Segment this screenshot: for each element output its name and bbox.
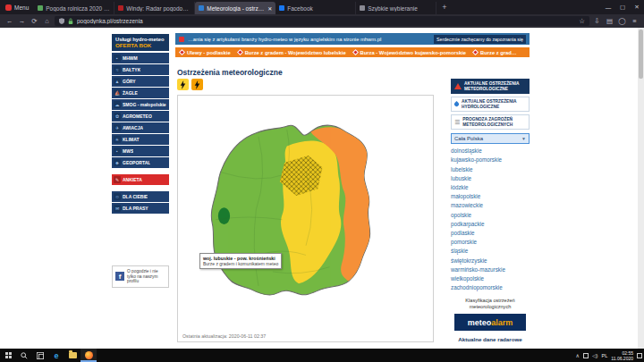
taskbar-search-button[interactable] (16, 349, 32, 362)
ticker-label: Burze z gradem - Województwo lubelskie (245, 50, 346, 55)
region-list: dolnośląskie kujawsko-pomorskie lubelski… (451, 147, 530, 292)
downloads-icon[interactable]: ⇩ (592, 17, 602, 25)
sidebar-item-zagle[interactable]: ⛵ŻAGLE (112, 88, 169, 98)
app-menu-icon[interactable]: ≡ (630, 17, 640, 25)
facebook-icon: f (115, 272, 124, 281)
region-link-mazowieckie[interactable]: mazowieckie (451, 201, 530, 210)
taskbar-edge-button[interactable]: e (48, 349, 64, 362)
ticker-item[interactable]: Burza - Województwo kujawsko-pomorskie (353, 50, 466, 55)
region-link-swietokrzyskie[interactable]: świętokrzyskie (451, 257, 530, 265)
start-button[interactable] (0, 349, 16, 362)
region-link-lubuskie[interactable]: lubuskie (451, 174, 530, 183)
sidebar-item-label: GEOPORTAL (123, 160, 150, 165)
reload-icon[interactable]: ⟳ (30, 17, 39, 25)
sidebar-item-klimat[interactable]: ☀KLIMAT (112, 134, 169, 145)
sidebar-item-dla-prasy[interactable]: ✉DLA PRASY (112, 203, 169, 214)
minimize-button[interactable]: — (601, 0, 615, 14)
current-meteo-warnings-button[interactable]: AKTUALNE OSTRZEŻENIA METEOROLOGICZNE (451, 79, 530, 94)
forward-icon[interactable]: → (17, 17, 27, 25)
banner-button[interactable]: Serdecznie zachęcamy do zapoznania się (434, 35, 526, 44)
tab-windy-radar[interactable]: Windy: Radar pogodowy… (114, 2, 195, 14)
taskbar-clock[interactable]: 02:55 11.06.2020 (611, 350, 633, 361)
region-link-slaskie[interactable]: śląskie (451, 247, 530, 256)
maximize-button[interactable]: ▢ (615, 0, 630, 14)
meteoalarm-meteo: meteo (468, 318, 492, 327)
meteoalarm-logo[interactable]: meteoalarm (454, 314, 526, 331)
zagle-icon: ⛵ (114, 89, 121, 97)
volume-icon[interactable]: ◁) (592, 352, 598, 358)
ticker-item[interactable]: Burze z gradem - Województwo lubelskie (238, 50, 346, 55)
search-icon (21, 352, 28, 359)
facebook-widget[interactable]: f O pogodzie i nie tylko na naszym profi… (112, 265, 169, 288)
region-link-zachodniopomorskie[interactable]: zachodniopomorskie (451, 283, 530, 292)
tray-chevron-icon[interactable]: ∧ (576, 352, 580, 358)
facebook-text: O pogodzie i nie tylko na naszym profilu (127, 269, 165, 284)
account-icon[interactable]: ◯ (617, 17, 627, 25)
tab-szybkie-wybieranie[interactable]: Szybkie wybieranie (356, 2, 436, 14)
network-icon[interactable] (583, 353, 589, 358)
yellow-storm-alert-icon[interactable] (177, 79, 189, 90)
bookmark-star-icon[interactable]: ☆ (579, 17, 585, 25)
offer-header[interactable]: Usługi hydro-meteo OFERTA BOK (112, 34, 169, 51)
url-text: pogodynka.pl/ostrzezenia (77, 18, 575, 24)
scrollbar-thumb[interactable] (639, 29, 643, 79)
sidebar-item-mws[interactable]: ▪MWS (112, 146, 169, 156)
region-link-pomorskie[interactable]: pomorskie (451, 238, 530, 247)
sidebar-item-agrometeo[interactable]: ✿AGROMETEO (112, 111, 169, 122)
tooltip-warning: Burze z gradem i komunikatem meteo (203, 261, 278, 266)
back-icon[interactable]: ← (4, 17, 14, 25)
tab-facebook[interactable]: Facebook (275, 2, 356, 14)
region-link-wielkopolskie[interactable]: wielkopolskie (451, 274, 530, 283)
browser-menu-label: Menu (14, 4, 29, 11)
warning-icon (472, 49, 479, 55)
region-link-kujawsko-pomorskie[interactable]: kujawsko-pomorskie (451, 156, 530, 164)
sidebar-item-geoportal[interactable]: ◈GEOPORTAL (112, 157, 169, 168)
map-region-highlighted-county[interactable] (217, 207, 229, 224)
hazard-forecast-button[interactable]: ☰ PROGNOZA ZAGROŻEŃ METEOROLOGICZNYCH (451, 114, 530, 130)
ankieta-icon: ✎ (114, 176, 121, 183)
taskbar-explorer-button[interactable] (64, 349, 80, 362)
close-button[interactable]: ✕ (630, 0, 644, 14)
home-icon[interactable]: ⌂ (42, 17, 52, 25)
poland-warning-map[interactable] (187, 101, 425, 326)
task-view-button[interactable] (32, 349, 48, 362)
region-select[interactable]: Cała Polska ▼ (451, 133, 530, 144)
window-controls: — ▢ ✕ (601, 0, 644, 14)
sidebar-item-gory[interactable]: ▲GÓRY (112, 76, 169, 87)
taskbar-firefox-button[interactable] (80, 349, 97, 362)
region-link-opolskie[interactable]: opolskie (451, 211, 530, 220)
tab-pogoda-rolnicza[interactable]: Pogoda rolnicza 2020 - St… (34, 2, 114, 14)
sidebar-item-awiacja[interactable]: ✈AWIACJA (112, 122, 169, 133)
sidebar-item-dla-ciebie[interactable]: ☺DLA CIEBIE (112, 191, 169, 202)
page-scrollbar[interactable] (638, 28, 644, 349)
sidebar-item-label: GÓRY (123, 79, 136, 84)
address-bar[interactable]: pogodynka.pl/ostrzezenia ☆ (55, 16, 589, 26)
mhwm-banner[interactable]: …ania się z artykułami branży hydro-mete… (175, 33, 530, 45)
notifications-icon[interactable] (637, 353, 642, 358)
ticker-item[interactable]: Ulewy - podlaskie (180, 50, 231, 55)
current-hydro-warnings-button[interactable]: AKTUALNE OSTRZEŻENIA HYDROLOGICZNE (451, 97, 530, 112)
region-link-podkarpackie[interactable]: podkarpackie (451, 220, 530, 229)
region-link-malopolskie[interactable]: małopolskie (451, 192, 530, 201)
tab-close-icon[interactable]: ✕ (267, 5, 272, 12)
sidebar-toggle-icon[interactable]: ▤ (605, 17, 614, 25)
language-indicator[interactable]: PL (602, 353, 608, 358)
ticker-item[interactable]: Burze z grad… (473, 50, 517, 55)
new-tab-button[interactable]: + (436, 3, 452, 12)
radar-data-link[interactable]: Aktualne dane radarowe (451, 336, 530, 342)
right-column: AKTUALNE OSTRZEŻENIA METEOROLOGICZNE AKT… (451, 79, 530, 342)
region-link-lubelskie[interactable]: lubelskie (451, 165, 530, 174)
sidebar-item-smog[interactable]: ☁SMOG - małopolskie (112, 99, 169, 110)
tab-meteorologia-active[interactable]: Meteorologia - ostrzeżen… ✕ (195, 2, 275, 14)
region-link-lodzkie[interactable]: łódzkie (451, 183, 530, 192)
left-navigation: Usługi hydro-meteo OFERTA BOK ▪MHWM ≈BAŁ… (112, 34, 169, 288)
browser-menu[interactable]: Menu (0, 4, 34, 11)
sidebar-item-baltyk[interactable]: ≈BAŁTYK (112, 64, 169, 75)
orange-storm-alert-icon[interactable] (191, 79, 203, 90)
clock-date: 11.06.2020 (611, 356, 633, 361)
sidebar-item-ankieta[interactable]: ✎ANKIETA (112, 174, 169, 185)
sidebar-item-mhwm[interactable]: ▪MHWM (112, 53, 169, 63)
region-link-podlaskie[interactable]: podlaskie (451, 229, 530, 238)
region-link-warminsko-mazurskie[interactable]: warmińsko-mazurskie (451, 265, 530, 274)
region-link-dolnoslaskie[interactable]: dolnośląskie (451, 147, 530, 156)
